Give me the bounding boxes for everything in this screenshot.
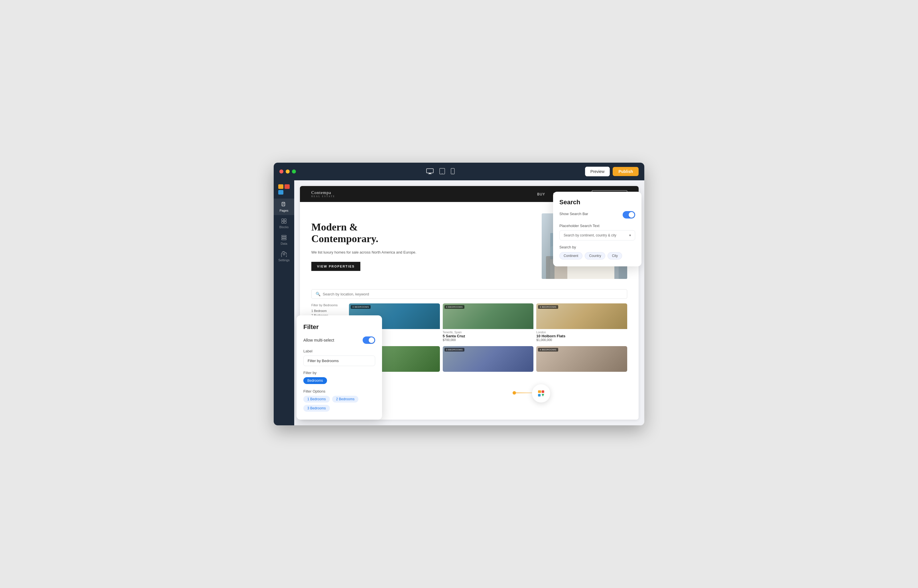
device-desktop-button[interactable] [425, 167, 435, 176]
svg-rect-11 [282, 219, 284, 221]
hero-subtitle: We list luxury homes for sale across Nor… [311, 250, 536, 255]
property-location-2: Tenerife, Spain [443, 331, 534, 334]
svg-rect-15 [282, 235, 286, 236]
property-badge-2: 4 Bedrooms [444, 305, 465, 309]
property-image-3: 3 Bedrooms [536, 304, 627, 329]
blocks-icon [281, 218, 287, 224]
property-badge-6: 4 Bedrooms [538, 348, 558, 352]
svg-rect-8 [283, 203, 284, 204]
filter-by-section-label: Filter by [303, 371, 375, 375]
svg-rect-12 [284, 219, 286, 221]
filter-by-chip-bedrooms[interactable]: Bedrooms [303, 377, 327, 384]
filter-options-label: Filter Options [303, 389, 375, 393]
property-image-5: 3 Bedrooms [443, 346, 534, 372]
svg-rect-5 [451, 168, 455, 174]
placeholder-text-select[interactable]: Search by continent, country & city ▾ [559, 230, 635, 241]
pages-icon [281, 202, 287, 208]
property-price-2: $700,000 [443, 338, 534, 342]
browser-chrome: Preview Publish [274, 163, 644, 180]
property-image-2: 4 Bedrooms [443, 304, 534, 329]
svg-point-6 [452, 173, 453, 174]
chevron-down-icon: ▾ [629, 233, 631, 237]
svg-rect-9 [283, 204, 284, 204]
property-location-3: London [536, 331, 627, 334]
sidebar-item-settings[interactable]: Settings [274, 248, 294, 265]
filter-option-chip-1[interactable]: 1 Bedrooms [303, 396, 330, 402]
filter-by-chips: Bedrooms [303, 377, 375, 384]
search-chip-country[interactable]: Country [585, 252, 605, 260]
filter-panel: Filter Allow multi-select Label Filter b… [296, 315, 382, 420]
properties-grid: 3 Bedrooms Miami, United States 8 Tampa … [349, 304, 627, 372]
floating-action-button[interactable] [532, 384, 550, 402]
show-search-bar-row: Show Search Bar [559, 211, 635, 218]
label-input[interactable] [303, 355, 375, 366]
multi-select-toggle[interactable] [363, 336, 375, 344]
property-card-2[interactable]: 4 Bedrooms Tenerife, Spain 5 Santa Cruz … [443, 304, 534, 343]
placeholder-text-label: Placeholder Search Text [559, 224, 635, 228]
property-card-5[interactable]: 3 Bedrooms [443, 346, 534, 372]
settings-icon [281, 251, 287, 257]
sidebar-item-blocks-label: Blocks [279, 225, 288, 229]
svg-rect-0 [426, 169, 433, 173]
publish-button[interactable]: Publish [613, 167, 639, 176]
show-search-bar-toggle[interactable] [623, 211, 635, 218]
view-properties-button[interactable]: VIEW PROPERTIES [311, 262, 360, 271]
svg-rect-13 [282, 221, 284, 223]
svg-rect-19 [538, 390, 541, 393]
property-badge-5: 3 Bedrooms [444, 348, 465, 352]
sidebar-item-blocks[interactable]: Blocks [274, 215, 294, 232]
sidebar-item-data[interactable]: Data [274, 232, 294, 248]
svg-point-4 [442, 173, 442, 174]
sidebar-item-data-label: Data [280, 242, 287, 245]
traffic-light-red[interactable] [279, 170, 283, 173]
multi-select-label: Allow multi-select [303, 338, 334, 342]
sidebar-item-pages-label: Pages [279, 209, 288, 212]
search-bar: 🔍 [311, 289, 627, 299]
logo-block-red [285, 184, 290, 189]
search-panel: Search Show Search Bar Placeholder Searc… [553, 192, 641, 267]
svg-rect-17 [282, 239, 286, 240]
property-name-2: 5 Santa Cruz [443, 334, 534, 338]
logo-block-blue [278, 190, 283, 195]
filter-option-chip-3[interactable]: 3 Bedrooms [303, 405, 330, 412]
nav-buy[interactable]: BUY [537, 192, 545, 196]
show-search-bar-label: Show Search Bar [559, 212, 588, 216]
header-actions: Preview Publish [585, 166, 639, 176]
search-by-label: Search by [559, 245, 635, 249]
filter-panel-title: Filter [303, 323, 375, 331]
preview-button[interactable]: Preview [585, 166, 610, 176]
label-section-label: Label [303, 349, 375, 353]
svg-point-18 [283, 253, 285, 255]
device-mobile-button[interactable] [450, 167, 456, 176]
hero-title: Modern & Contemporary. [311, 221, 536, 245]
filter-option-1bed[interactable]: 1 Bedroom [311, 309, 345, 313]
property-card-6[interactable]: 4 Bedrooms [536, 346, 627, 372]
app-icon [536, 388, 546, 399]
search-bar-icon: 🔍 [316, 292, 321, 296]
filter-option-chip-2[interactable]: 2 Bedrooms [332, 396, 359, 402]
device-tablet-button[interactable] [438, 167, 446, 176]
svg-rect-20 [542, 390, 544, 393]
filter-group-bedrooms-label: Filter by Bedrooms [311, 304, 345, 307]
search-by-chips: Continent Country City [559, 252, 635, 260]
traffic-light-green[interactable] [292, 170, 296, 173]
filter-options-chips: 1 Bedrooms 2 Bedrooms 3 Bedrooms [303, 396, 375, 412]
device-switcher [425, 167, 456, 176]
svg-marker-22 [542, 394, 544, 397]
property-card-3[interactable]: 3 Bedrooms London 10 Holborn Flats $1,00… [536, 304, 627, 343]
svg-rect-16 [282, 237, 286, 238]
search-chip-continent[interactable]: Continent [559, 252, 583, 260]
data-icon [281, 234, 287, 241]
sidebar-item-settings-label: Settings [278, 258, 290, 262]
traffic-light-yellow[interactable] [286, 170, 290, 173]
app-body: Pages Blocks [274, 180, 644, 425]
logo-block-yellow [278, 184, 283, 189]
search-panel-title: Search [559, 199, 635, 206]
search-input[interactable] [323, 292, 623, 296]
sidebar-item-pages[interactable]: Pages [274, 199, 294, 215]
property-badge-3: 3 Bedrooms [538, 305, 558, 309]
placeholder-text-value: Search by continent, country & city [563, 233, 616, 237]
svg-rect-2 [428, 173, 432, 174]
search-chip-city[interactable]: City [607, 252, 622, 260]
svg-rect-21 [538, 394, 541, 397]
